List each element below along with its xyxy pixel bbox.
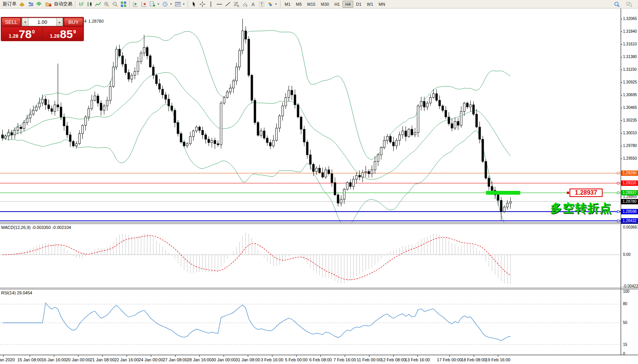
candle-body [143, 47, 145, 53]
templates-icon[interactable]: ▼ [174, 0, 186, 8]
sell-button[interactable]: SELL [2, 18, 21, 26]
highlight-rectangle[interactable] [486, 191, 520, 195]
chevron-down-icon[interactable]: ▼ [157, 3, 160, 5]
rsi-panel[interactable] [0, 290, 621, 355]
volume-decrease-button[interactable]: ▼ [22, 18, 28, 26]
fibonacci-icon[interactable]: E [232, 0, 241, 8]
autotrade-icon[interactable] [44, 0, 53, 8]
candle-body [51, 109, 53, 111]
chart-bars-icon[interactable] [77, 0, 85, 8]
line-handle[interactable] [617, 192, 619, 194]
timeframe-mn[interactable]: MN [376, 1, 388, 8]
auto-scroll-icon[interactable] [131, 0, 140, 8]
search-icon[interactable] [613, 0, 621, 8]
candle-body [408, 129, 410, 137]
panel-separator[interactable] [0, 289, 638, 289]
chart-candles-icon[interactable] [85, 0, 94, 8]
timeframe-h1[interactable]: H1 [332, 1, 342, 8]
sell-price-pip: 0 [32, 29, 35, 35]
chevron-down-icon[interactable]: ▼ [275, 3, 277, 5]
accounts-icon[interactable] [26, 0, 35, 8]
macd-panel[interactable] [0, 224, 621, 288]
volume-value[interactable]: 1.00 [28, 18, 56, 26]
time-tick-label: 17 Feb 00:00 [437, 357, 462, 362]
candle-body [23, 123, 25, 129]
chevron-down-icon[interactable]: ▼ [182, 3, 185, 5]
timeframe-m30[interactable]: M30 [318, 1, 332, 8]
chart-line-icon[interactable] [94, 0, 102, 8]
new-order-button[interactable]: 新订单 [2, 0, 18, 8]
axis-tick [621, 70, 622, 70]
panel-separator[interactable] [0, 288, 638, 288]
chevron-down-icon[interactable]: ▼ [170, 3, 172, 5]
periods-icon[interactable]: ▼ [161, 0, 174, 8]
rsi-axis-label: 15 [623, 342, 627, 347]
line-handle[interactable] [617, 220, 619, 222]
candle-body [423, 102, 425, 107]
arrows-icon[interactable]: ▼ [266, 0, 279, 8]
axis-tick [621, 82, 622, 83]
price-axis[interactable]: 1.320651.318401.316101.313801.311501.309… [621, 8, 638, 355]
time-axis[interactable]: 14 Jan 202015 Jan 08:0016 Jan 16:0020 Ja… [0, 355, 638, 364]
timeframe-m5[interactable]: M5 [293, 1, 304, 8]
text-label-icon[interactable]: T [257, 0, 266, 8]
zoom-in-icon[interactable] [102, 0, 111, 8]
hline-icon[interactable] [215, 0, 224, 8]
candlestick-chart[interactable] [0, 8, 621, 222]
buy-button[interactable]: BUY [64, 18, 83, 26]
timeframe-w1[interactable]: W1 [364, 1, 376, 8]
candle-body [396, 140, 397, 146]
candle-body [217, 144, 219, 145]
signals-icon[interactable] [35, 0, 43, 8]
timeframe-m1[interactable]: M1 [282, 1, 293, 8]
candle-body [457, 122, 459, 125]
panel-separator[interactable] [0, 222, 638, 223]
mq-logo-icon[interactable] [18, 0, 26, 8]
time-tick [345, 355, 345, 357]
candle-body [291, 90, 293, 95]
line-handle[interactable] [617, 182, 619, 184]
new-chart-icon[interactable]: ▼ [148, 0, 161, 8]
candle-body [208, 139, 210, 143]
zoom-out-icon[interactable] [111, 0, 119, 8]
chart-shift-icon[interactable] [140, 0, 148, 8]
tile-windows-icon[interactable] [119, 0, 128, 8]
candle-body [189, 137, 191, 144]
candle-body [60, 107, 62, 117]
sell-price[interactable]: 1.28 78 0 [2, 27, 42, 40]
panel-separator[interactable] [0, 224, 638, 224]
bollinger-middle-band [3, 72, 511, 179]
trendline-icon[interactable] [224, 0, 232, 8]
autotrade-button[interactable]: 自动交易 [43, 0, 73, 8]
candle-body [91, 100, 93, 109]
timeframe-m15[interactable]: M15 [304, 1, 318, 8]
candle-body [383, 140, 385, 148]
candle-body [365, 172, 367, 173]
time-tick [474, 355, 474, 357]
candle-body [445, 110, 447, 117]
channels-icon[interactable]: F [241, 0, 249, 8]
candle-body [371, 170, 373, 174]
callout-handle[interactable] [567, 192, 569, 194]
candle-body [177, 123, 179, 134]
price-tag-1.29290: 1.29290 [621, 170, 638, 176]
candle-body [11, 133, 13, 135]
line-handle[interactable] [617, 211, 619, 213]
timeframe-h4[interactable]: H4 [342, 1, 353, 8]
svg-text:E: E [237, 5, 239, 7]
line-handle[interactable] [617, 172, 619, 174]
price-callout-label[interactable]: 1.28937 [570, 189, 603, 197]
buy-price[interactable]: 1.28 85 9 [43, 27, 83, 40]
candle-body [328, 170, 330, 174]
candle-body [279, 116, 281, 128]
candle-body [469, 105, 471, 107]
timeframe-d1[interactable]: D1 [353, 1, 364, 8]
text-icon[interactable]: A [249, 0, 257, 8]
axis-tick [621, 57, 622, 57]
volume-increase-button[interactable]: ▲ [56, 18, 63, 26]
vline-icon[interactable] [207, 0, 215, 8]
crosshair-icon[interactable] [198, 0, 207, 8]
cursor-icon[interactable] [190, 0, 198, 8]
chat-icon[interactable] [625, 0, 633, 8]
time-tick-label: 27 Jan 08:00 [163, 357, 187, 362]
